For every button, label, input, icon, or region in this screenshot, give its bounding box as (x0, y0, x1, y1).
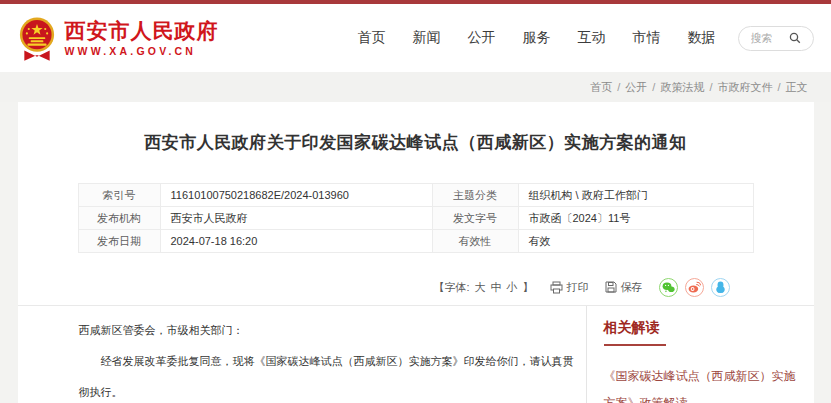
breadcrumb-band: 首页/公开/政策法规/市政府文件/正文 (0, 72, 831, 102)
site-name: 西安市人民政府 (65, 19, 219, 42)
site-header: 西安市人民政府 WWW.XA.GOV.CN 首页 新闻 公开 服务 互动 市情 … (0, 4, 831, 72)
sidebar-title-underline (604, 344, 666, 346)
nav-item-news[interactable]: 新闻 (413, 29, 441, 47)
font-size-suffix: 】 (523, 280, 534, 295)
weibo-icon (688, 281, 701, 293)
wechat-share-button[interactable] (659, 278, 678, 297)
document-title: 西安市人民政府关于印发国家碳达峰试点（西咸新区）实施方案的通知 (18, 102, 814, 154)
breadcrumb-separator: / (777, 81, 780, 93)
article-toolbar: 【字体: 大 中 小 】 打印 保存 (18, 277, 814, 297)
font-size-prefix: 【字体: (433, 280, 469, 295)
document-paragraph: 经省发展改革委批复同意，现将《国家碳达峰试点（西咸新区）实施方案》印发给你们，请… (79, 346, 578, 403)
related-interpretation-link[interactable]: 《国家碳达峰试点（西咸新区）实施方案》政策解读 (604, 363, 804, 403)
meta-value-publish-date: 2024-07-18 16:20 (160, 230, 432, 253)
font-size-control: 【字体: 大 中 小 】 (433, 280, 533, 295)
breadcrumb-city-gov-documents[interactable]: 市政府文件 (717, 81, 772, 93)
search-box[interactable] (738, 26, 814, 51)
table-row: 发布机构 西安市人民政府 发文字号 市政函〔2024〕11号 (78, 207, 753, 230)
document-body: 西咸新区管委会，市级相关部门： 经省发展改革委批复同意，现将《国家碳达峰试点（西… (18, 306, 586, 403)
meta-value-topic-category: 组织机构 \ 政府工作部门 (518, 184, 753, 207)
print-label: 打印 (567, 280, 589, 295)
document-meta-table: 索引号 11610100750218682E/2024-013960 主题分类 … (78, 183, 754, 253)
qq-share-button[interactable] (711, 278, 730, 297)
breadcrumb-current: 正文 (786, 81, 808, 93)
save-label: 保存 (621, 280, 643, 295)
nav-item-services[interactable]: 服务 (523, 29, 551, 47)
nav-item-city-info[interactable]: 市情 (633, 29, 661, 47)
search-icon[interactable] (789, 32, 801, 44)
meta-label-validity: 有效性 (432, 230, 518, 253)
meta-label-index-number: 索引号 (78, 184, 160, 207)
breadcrumb-separator: / (617, 81, 620, 93)
main-nav: 首页 新闻 公开 服务 互动 市情 数据 (358, 29, 716, 47)
meta-label-document-number: 发文字号 (432, 207, 518, 230)
nav-item-interaction[interactable]: 互动 (578, 29, 606, 47)
table-row: 索引号 11610100750218682E/2024-013960 主题分类 … (78, 184, 753, 207)
breadcrumb-home[interactable]: 首页 (590, 81, 612, 93)
document-sheet: 西安市人民政府关于印发国家碳达峰试点（西咸新区）实施方案的通知 索引号 1161… (18, 102, 814, 403)
font-size-large-button[interactable]: 大 (475, 280, 486, 295)
breadcrumb-disclosure[interactable]: 公开 (625, 81, 647, 93)
breadcrumb-separator: / (652, 81, 655, 93)
font-size-medium-button[interactable]: 中 (491, 280, 502, 295)
meta-label-topic-category: 主题分类 (432, 184, 518, 207)
nav-item-data[interactable]: 数据 (688, 29, 716, 47)
nav-item-disclosure[interactable]: 公开 (468, 29, 496, 47)
related-interpretation-panel: 相关解读 《国家碳达峰试点（西咸新区）实施方案》政策解读 (586, 306, 814, 403)
meta-value-document-number: 市政函〔2024〕11号 (518, 207, 753, 230)
search-input[interactable] (751, 32, 785, 44)
related-interpretation-title: 相关解读 (604, 319, 804, 337)
breadcrumb-policies[interactable]: 政策法规 (660, 81, 704, 93)
site-logo[interactable]: 西安市人民政府 WWW.XA.GOV.CN (18, 10, 219, 66)
wechat-icon (662, 282, 675, 293)
print-button[interactable]: 打印 (550, 280, 589, 295)
document-salutation: 西咸新区管委会，市级相关部门： (79, 315, 578, 346)
table-row: 发布日期 2024-07-18 16:20 有效性 有效 (78, 230, 753, 253)
meta-label-issuing-agency: 发布机构 (78, 207, 160, 230)
meta-value-index-number: 11610100750218682E/2024-013960 (160, 184, 432, 207)
qq-icon (715, 281, 726, 293)
breadcrumb: 首页/公开/政策法规/市政府文件/正文 (18, 72, 814, 102)
meta-value-issuing-agency: 西安市人民政府 (160, 207, 432, 230)
meta-label-publish-date: 发布日期 (78, 230, 160, 253)
nav-item-home[interactable]: 首页 (358, 29, 386, 47)
printer-icon (550, 281, 563, 294)
site-url: WWW.XA.GOV.CN (65, 46, 219, 58)
share-buttons (659, 278, 730, 297)
breadcrumb-separator: / (709, 81, 712, 93)
national-emblem-icon (18, 16, 56, 66)
font-size-small-button[interactable]: 小 (507, 280, 518, 295)
weibo-share-button[interactable] (685, 278, 704, 297)
save-icon (605, 281, 617, 293)
save-button[interactable]: 保存 (605, 280, 643, 295)
meta-value-validity: 有效 (518, 230, 753, 253)
